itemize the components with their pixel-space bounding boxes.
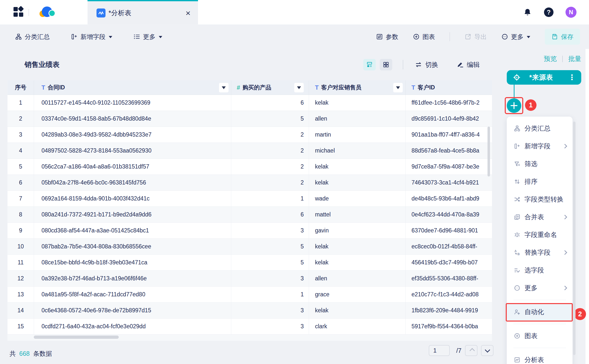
toolbar-button-add-field[interactable]: 新增字段 <box>71 33 112 41</box>
next-page-button[interactable] <box>481 345 494 356</box>
cell-index: 12 <box>8 271 34 287</box>
table-view-icon <box>366 61 373 68</box>
help-icon[interactable]: ? <box>544 7 554 17</box>
table-row[interactable]: 100115727-e145-44c0-9102-1105236993696ke… <box>8 95 492 111</box>
column-dropdown-button[interactable] <box>393 83 403 92</box>
cell-seller: kelak <box>309 95 406 111</box>
menu-item-chart-plus[interactable]: 图表 <box>507 327 572 345</box>
table-row[interactable]: 304289ab3-08e3-49d3-9582-4dbb945233e72ma… <box>8 127 492 143</box>
add-field-icon <box>71 33 78 40</box>
save-icon <box>551 33 558 40</box>
cell-index: 8 <box>8 207 34 223</box>
app-grid-icon[interactable] <box>14 7 24 17</box>
cell-customer-id: 74643073-3ca1-4cf4-b921 <box>406 175 492 191</box>
source-table-label: *来源表 <box>529 73 553 82</box>
edit-label: 编辑 <box>467 60 480 69</box>
table-row[interactable]: 150cdfd271-6a40-432a-ac04-fcf0e3e029dd3c… <box>8 319 492 335</box>
toolbar-button-summary[interactable]: 分类汇总 <box>15 33 50 41</box>
switch-button[interactable]: 切换 <box>415 60 438 69</box>
toolbar-button-list[interactable]: 更多 <box>133 33 162 41</box>
column-label: 客户对应销售员 <box>321 84 362 91</box>
cell-product-count: 6 <box>231 95 309 111</box>
menu-item-add-field[interactable]: 新增字段 <box>507 137 572 155</box>
table-row[interactable]: 10087bab2a-7b5e-4304-808a-830b68556cee5k… <box>8 239 492 255</box>
cell-seller: kelak <box>309 303 406 319</box>
toolbar-button-save[interactable]: 保存 <box>545 29 580 45</box>
notification-bell-icon[interactable] <box>523 8 532 17</box>
column-label: 购买的产品 <box>242 84 271 91</box>
menu-item-label: 字段重命名 <box>524 230 557 239</box>
source-table-node[interactable]: *来源表 ⋮ <box>507 70 581 85</box>
table-row[interactable]: 8080a241d-7372-4921-b171-b9ed2d4a9dd66ma… <box>8 207 492 223</box>
table-row[interactable]: 1108ce15be-bbfd-4c9b-b18f-39eb03e471ca5k… <box>8 255 492 271</box>
column-label: 合同ID <box>48 84 65 91</box>
menu-item-select-fields[interactable]: 选字段 <box>507 261 572 279</box>
cell-index: 4 <box>8 143 34 159</box>
menu-item-filter[interactable]: 筛选 <box>507 155 572 173</box>
table-row[interactable]: 140c6e4368-0572-40e6-978e-de72b8997d153k… <box>8 303 492 319</box>
cell-customer-id: de4b48c5-93b6-4af1-abd9 <box>406 191 492 207</box>
menu-item-analysis-table[interactable]: 分析表 <box>507 351 572 364</box>
cell-seller: kelak <box>309 175 406 191</box>
cell-product-count: 3 <box>231 223 309 239</box>
table-row[interactable]: 605bf042a-27f8-4e66-bc0c-9638145fd7562ke… <box>8 175 492 191</box>
toolbar-button-params[interactable]: 参数 <box>376 33 398 41</box>
cell-customer-id: 901aa1ba-ff07-4ff7-a836-4 <box>406 127 492 143</box>
toolbar-button-chart-plus[interactable]: 图表 <box>413 33 435 41</box>
avatar[interactable]: N <box>566 7 576 18</box>
cell-product-count: 1 <box>231 287 309 303</box>
card-view-toggle[interactable] <box>380 59 392 70</box>
column-dropdown-button[interactable] <box>294 83 304 92</box>
preview-link[interactable]: 预览 <box>544 54 557 63</box>
vertical-scrollbar[interactable] <box>488 127 490 177</box>
menu-item-rename-field[interactable]: 字段重命名 <box>507 226 572 244</box>
cell-seller: kelak <box>309 255 406 271</box>
page-input[interactable] <box>429 345 450 356</box>
panel-scrollbar[interactable] <box>573 122 576 355</box>
menu-item-label: 合并表 <box>524 213 544 221</box>
menu-item-sort[interactable]: 排序 <box>507 173 572 190</box>
menu-item-merge-table[interactable]: 合并表 <box>507 208 572 226</box>
text-type-icon: T <box>315 84 319 91</box>
table-header-row: 序号T合同ID#购买的产品T客户对应销售员T客户ID <box>8 80 492 95</box>
batch-link[interactable]: 批量 <box>568 54 581 63</box>
menu-item-ellipsis-circle[interactable]: 更多 <box>507 279 572 297</box>
toolbar-button-export[interactable]: 导出 <box>464 33 487 41</box>
tab-close-icon[interactable]: × <box>186 9 190 17</box>
more-options-icon[interactable]: ⋮ <box>568 74 576 81</box>
cloud-logo-icon[interactable] <box>40 6 56 17</box>
cell-customer-id: ef35dd55-5306-4380-88ff- <box>406 271 492 287</box>
table-row[interactable]: 404897502-5828-4273-8184-553aa05629302mi… <box>8 143 492 159</box>
menu-item-label: 更多 <box>524 284 538 292</box>
cell-seller: clark <box>309 319 406 335</box>
dropdown-triangle-icon <box>222 86 226 91</box>
table-row[interactable]: 203374c0e-59d1-4158-8ab5-67b48d80d84e5al… <box>8 111 492 127</box>
tab-analysis-sheet[interactable]: *分析表 × <box>88 0 198 24</box>
add-node-button[interactable] <box>507 98 521 113</box>
table-row[interactable]: 70692a164-8159-4dda-901b-4003f432d41c1wa… <box>8 191 492 207</box>
panel-mode-switch: 预览 批量 <box>505 54 581 63</box>
menu-item-summary[interactable]: 分类汇总 <box>507 120 572 137</box>
column-dropdown-button[interactable] <box>219 83 228 92</box>
table-view-toggle[interactable] <box>363 59 376 70</box>
add-node-menu: 分类汇总新增字段筛选排序字段类型转换合并表字段重命名AB替换字段选字段更多自动化… <box>507 117 572 364</box>
cell-product-count: 3 <box>231 303 309 319</box>
table-row[interactable]: 5056c2ca7-a186-40a4-a8a6-01b38151df572ke… <box>8 159 492 175</box>
table-row[interactable]: 120a392e38-b72f-46ad-b713-a19e06f6f46e3a… <box>8 271 492 287</box>
menu-item-replace-field[interactable]: AB替换字段 <box>507 244 572 261</box>
menu-item-automation[interactable]: 自动化 <box>507 303 572 321</box>
toolbar-button-ellipsis-circle[interactable]: 更多 <box>501 33 530 41</box>
cell-contract-id: 056c2ca7-a186-40a4-a8a6-01b38151df57 <box>34 159 231 175</box>
prev-page-button[interactable] <box>465 345 478 356</box>
total-count: 668 <box>19 350 30 357</box>
cell-customer-id: 456419b5-d3c7-499b-b07 <box>406 255 492 271</box>
cell-contract-id: 087bab2a-7b5e-4304-808a-830b68556cee <box>34 239 231 255</box>
replace-field-icon: AB <box>514 249 520 256</box>
menu-divider <box>513 324 566 324</box>
menu-item-shuffle[interactable]: 字段类型转换 <box>507 190 572 208</box>
table-row[interactable]: 130a481a95-5f8f-4a2f-acac-711dcd77ed801g… <box>8 287 492 303</box>
horizontal-scrollbar[interactable] <box>34 336 119 339</box>
edit-button[interactable]: 编辑 <box>456 60 480 69</box>
cell-index: 3 <box>8 127 34 143</box>
table-row[interactable]: 9080cd368-af54-447a-a3ae-051425c84bc13ga… <box>8 223 492 239</box>
